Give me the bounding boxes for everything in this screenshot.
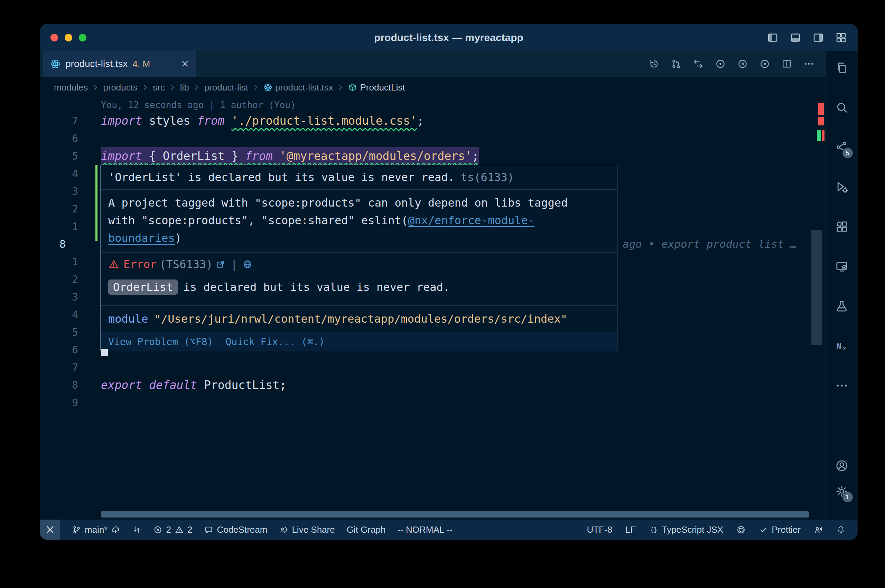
tab-close-button[interactable]: ✕ — [181, 58, 189, 70]
chevron-right-icon — [141, 83, 149, 92]
line-number[interactable]: 3 — [40, 185, 78, 197]
line-number[interactable]: 7 — [40, 362, 78, 374]
swap-button[interactable] — [691, 56, 706, 72]
hover-resize-handle[interactable] — [101, 349, 108, 356]
status-encoding[interactable]: UTF-8 — [587, 524, 612, 535]
line-number[interactable]: 8 — [40, 238, 78, 250]
docs-globe-icon[interactable] — [242, 259, 253, 270]
code-line[interactable]: 9 — [40, 394, 826, 411]
status-compare[interactable] — [132, 525, 141, 534]
breadcrumb-item-modules[interactable]: modules — [53, 82, 89, 93]
layout-right-button[interactable] — [810, 30, 826, 46]
code-line[interactable]: 8export default ProductList; — [40, 376, 826, 394]
breadcrumb-item-src[interactable]: src — [152, 82, 166, 93]
status-eol[interactable]: LF — [625, 524, 636, 535]
tab-bar: product-list.tsx 4, M ✕ — [40, 51, 826, 77]
activity-account[interactable] — [832, 456, 852, 476]
activity-files[interactable] — [832, 58, 852, 77]
breadcrumb-item-productlist[interactable]: ProductList — [347, 82, 406, 93]
activity-settings[interactable]: 1 — [832, 482, 852, 501]
activity-remote-window[interactable] — [832, 257, 852, 276]
play-circle-button[interactable] — [757, 56, 772, 72]
chevron-right-icon — [91, 83, 99, 92]
activity-run-gear[interactable] — [832, 177, 852, 196]
code-line[interactable]: 7import styles from './product-list.modu… — [40, 112, 826, 129]
run-gear-icon — [835, 180, 849, 194]
layout-left-button[interactable] — [765, 30, 781, 46]
line-number[interactable]: 5 — [40, 326, 78, 338]
check-icon — [759, 525, 768, 534]
remote-window-icon — [835, 260, 849, 273]
editor-actions — [646, 51, 826, 77]
code-line[interactable]: 5import { OrderList } from '@myreactapp/… — [40, 147, 826, 165]
layout-grid-button[interactable] — [833, 30, 849, 46]
activity-beaker[interactable] — [832, 296, 852, 316]
breadcrumb-label: products — [103, 82, 138, 93]
code-text: export default ProductList; — [101, 376, 286, 394]
activity-extensions[interactable] — [832, 217, 852, 236]
line-number[interactable]: 3 — [40, 291, 78, 303]
activity-search[interactable] — [832, 98, 852, 117]
line-number[interactable]: 7 — [40, 115, 78, 127]
activity-nx[interactable]: Nx — [832, 336, 852, 356]
activity-more[interactable] — [832, 376, 852, 395]
split-editor-button[interactable] — [779, 56, 795, 72]
breadcrumb-item-product-list-tsx[interactable]: product-list.tsx — [262, 82, 335, 93]
status-branch[interactable]: main* — [72, 524, 120, 535]
circle-arrow-button[interactable] — [735, 56, 750, 72]
layout-bottom-button[interactable] — [787, 30, 804, 46]
status-prettier[interactable]: Prettier — [759, 524, 801, 535]
line-number[interactable]: 6 — [40, 132, 78, 144]
account-icon — [835, 459, 849, 472]
status-notifications[interactable] — [836, 525, 846, 534]
line-number[interactable]: 1 — [40, 256, 78, 268]
code-line[interactable]: 6 — [40, 129, 826, 147]
status-codestream[interactable]: CodeStream — [204, 524, 267, 535]
window-title: product-list.tsx — myreactapp — [40, 24, 857, 51]
scrollbar-vertical[interactable] — [811, 230, 822, 345]
status-language[interactable]: {}TypeScript JSX — [649, 524, 723, 535]
scrollbar-horizontal[interactable] — [101, 511, 809, 518]
breadcrumb-item-lib[interactable]: lib — [179, 82, 191, 93]
open-external-icon[interactable] — [215, 259, 226, 270]
error-detail-row: OrderList is declared but its value is n… — [108, 279, 610, 295]
line-number[interactable]: 1 — [40, 220, 78, 232]
nx-icon: Nx — [835, 339, 849, 353]
line-number[interactable]: 8 — [40, 379, 78, 391]
breadcrumb-item-product-list[interactable]: product-list — [203, 82, 249, 93]
status-github[interactable] — [736, 525, 746, 534]
pull-request-button[interactable] — [669, 56, 684, 72]
code-line[interactable]: 7 — [40, 358, 826, 376]
line-number[interactable]: 4 — [40, 309, 78, 321]
line-number[interactable]: 2 — [40, 203, 78, 215]
tab-product-list[interactable]: product-list.tsx 4, M ✕ — [43, 51, 196, 77]
code-editor[interactable]: You, 12 seconds ago | 1 author (You) 7im… — [40, 98, 826, 520]
status-vim-mode[interactable]: -- NORMAL -- — [397, 524, 452, 535]
status-problems[interactable]: 22 — [153, 524, 192, 535]
line-number[interactable]: 5 — [40, 150, 78, 162]
history-button[interactable] — [646, 56, 662, 72]
layout-grid-icon — [835, 32, 847, 44]
code-text: import styles from './product-list.modul… — [101, 112, 424, 129]
more-button[interactable] — [801, 56, 817, 72]
line-number[interactable]: 4 — [40, 168, 78, 180]
overview-mark-error — [818, 103, 824, 115]
hover-tooltip: 'OrderList' is declared but its value is… — [100, 165, 618, 351]
status-feedback[interactable] — [814, 525, 823, 534]
status-git-graph[interactable]: Git Graph — [347, 524, 386, 535]
status-live-share[interactable]: Live Share — [279, 524, 335, 535]
activity-share-graph[interactable]: 5 — [832, 138, 852, 157]
view-problem-link[interactable]: View Problem (⌥F8) — [108, 336, 213, 348]
line-number[interactable]: 2 — [40, 273, 78, 285]
chevron-right-icon — [168, 83, 177, 92]
circle-dot-button[interactable] — [713, 56, 728, 72]
quick-fix-link[interactable]: Quick Fix... (⌘.) — [225, 336, 325, 348]
line-number[interactable]: 9 — [40, 397, 78, 409]
hover-actions: View Problem (⌥F8) Quick Fix... (⌘.) — [101, 332, 617, 351]
line-number[interactable]: 6 — [40, 344, 78, 356]
module-path: "/Users/juri/nrwl/content/myreactapp/mod… — [155, 312, 567, 326]
status-remote-indicator[interactable] — [40, 520, 60, 540]
breadcrumb-item-products[interactable]: products — [102, 82, 139, 93]
chevron-right-icon — [192, 83, 201, 92]
separator: | — [231, 257, 237, 271]
